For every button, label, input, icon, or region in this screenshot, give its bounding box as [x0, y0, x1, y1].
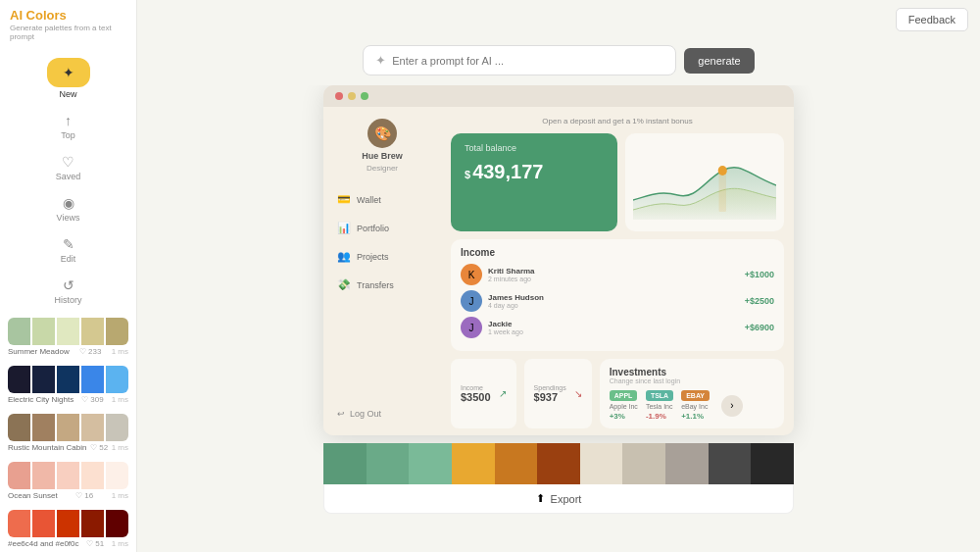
prompt-area: ✦ generate	[137, 39, 980, 85]
color-swatch	[81, 318, 104, 345]
invest-company-apple: Apple Inc	[610, 403, 638, 410]
color-swatch	[106, 414, 128, 441]
spendings-stat-value: $937	[534, 391, 566, 403]
preview-swatch	[323, 443, 367, 484]
browser-window: 🎨 Hue Brew Designer 💳 Wallet 📊 Portfolio…	[323, 85, 794, 435]
color-swatch	[57, 462, 79, 489]
palette-time: 1 ms	[112, 395, 128, 404]
balance-amount: $439,177	[465, 161, 604, 183]
palette-name: Summer Meadow	[8, 347, 70, 356]
sidebar-item-edit[interactable]: ✎ Edit	[0, 229, 136, 271]
palette-likes: ♡ 51	[86, 539, 104, 548]
person-name: James Hudson	[488, 293, 544, 302]
palette-time: 1 ms	[112, 347, 128, 356]
invest-badge-ebay: EBAY	[681, 390, 710, 401]
color-swatch	[81, 414, 104, 441]
color-swatch	[81, 366, 104, 393]
palette-item[interactable]: Rustic Mountain Cabin♡ 521 ms	[8, 414, 128, 452]
color-swatch	[8, 414, 30, 441]
bottom-row: Income $3500 ↗ Spendings $937 ↘	[451, 359, 784, 428]
color-swatch	[8, 366, 30, 393]
app-nav-wallet[interactable]: 💳 Wallet	[331, 188, 433, 211]
logout-button[interactable]: ↩ Log Out	[331, 404, 433, 424]
area-chart	[633, 141, 776, 220]
preview-swatch	[495, 443, 538, 484]
income-row-1: J James Hudson 4 day ago +$2500	[461, 290, 774, 312]
generate-button[interactable]: generate	[684, 48, 754, 74]
palette-item[interactable]: Electric City Nights♡ 3091 ms	[8, 366, 128, 404]
sidebar-header: AI Colors Generate palettes from a text …	[0, 0, 136, 45]
color-swatch	[106, 366, 128, 393]
invest-subtitle: Change since last login	[610, 377, 774, 384]
preview-area: 🎨 Hue Brew Designer 💳 Wallet 📊 Portfolio…	[137, 85, 980, 552]
app-nav-portfolio[interactable]: 📊 Portfolio	[331, 217, 433, 239]
prompt-input-wrap: ✦	[363, 45, 676, 75]
palette-item[interactable]: Ocean Sunset♡ 161 ms	[8, 462, 128, 500]
preview-swatch	[452, 443, 495, 484]
person-time: 4 day ago	[488, 302, 544, 309]
wallet-label: Wallet	[357, 195, 381, 205]
browser-body: 🎨 Hue Brew Designer 💳 Wallet 📊 Portfolio…	[323, 107, 794, 435]
balance-value: 439,177	[472, 161, 543, 182]
user-role: Designer	[367, 164, 398, 173]
chart-area	[625, 133, 784, 231]
dot-red	[335, 92, 343, 100]
sidebar-item-saved[interactable]: ♡ Saved	[0, 147, 136, 188]
income-row-0: K Kriti Sharma 2 minutes ago +$1000	[461, 264, 774, 285]
currency-symbol: $	[465, 169, 470, 180]
person-info-kriti: Kriti Sharma 2 minutes ago	[488, 267, 535, 282]
prompt-input[interactable]	[392, 55, 663, 67]
color-swatch	[106, 510, 128, 537]
sidebar-item-top[interactable]: ↑ Top	[0, 106, 136, 147]
sidebar-item-new[interactable]: ✦ New	[0, 51, 136, 106]
invest-item-ebay: EBAY eBay Inc +1.1%	[681, 390, 710, 421]
person-info-jackie: Jackie 1 week ago	[488, 320, 523, 335]
preview-swatch	[709, 443, 752, 484]
nav-label-views: Views	[57, 213, 80, 223]
income-section: Income K Kriti Sharma 2 minutes ago +$	[451, 239, 784, 351]
color-swatch	[57, 318, 79, 345]
color-swatch	[57, 366, 79, 393]
color-swatch	[32, 318, 55, 345]
app-nav-transfers[interactable]: 💸 Transfers	[331, 274, 433, 296]
balance-card: Total balance $439,177	[451, 133, 617, 231]
income-stat-label: Income	[461, 384, 491, 391]
income-amount-0: +$1000	[745, 270, 774, 279]
invest-company-ebay: eBay Inc	[681, 403, 708, 410]
avatar-jackie: J	[461, 317, 482, 338]
sidebar-item-views[interactable]: ◉ Views	[0, 188, 136, 229]
export-label: Export	[551, 493, 582, 505]
color-swatch	[32, 366, 55, 393]
preview-swatch	[665, 443, 709, 484]
palette-item[interactable]: #ee6c4d and #e0f0c♡ 511 ms	[8, 510, 128, 548]
browser-titlebar	[323, 85, 794, 107]
feedback-button[interactable]: Feedback	[896, 8, 968, 31]
saved-icon: ♡	[62, 154, 74, 170]
preview-swatch	[367, 443, 410, 484]
palette-bar	[323, 443, 794, 484]
palette-item[interactable]: Summer Meadow♡ 2331 ms	[8, 318, 128, 356]
invest-badge-tesla: TSLA	[646, 390, 673, 401]
invest-change-ebay: +1.1%	[681, 412, 704, 421]
main-content: Feedback ✦ generate 🎨 Hue Brew Des	[137, 0, 980, 552]
app-sidebar: 🎨 Hue Brew Designer 💳 Wallet 📊 Portfolio…	[323, 107, 441, 435]
palette-name: Ocean Sunset	[8, 491, 58, 500]
palette-likes: ♡ 233	[79, 347, 102, 356]
avatar-james: J	[461, 290, 482, 312]
app-nav-projects[interactable]: 👥 Projects	[331, 245, 433, 268]
sidebar: AI Colors Generate palettes from a text …	[0, 0, 137, 552]
nav-label-top: Top	[61, 130, 75, 140]
income-title: Income	[461, 247, 774, 258]
stat-spendings-info: Spendings $937	[534, 384, 566, 403]
middle-row: Income K Kriti Sharma 2 minutes ago +$	[451, 239, 784, 351]
transfers-icon: 💸	[337, 278, 351, 291]
color-swatch	[32, 462, 55, 489]
investments-section: Investments Change since last login APPL…	[600, 359, 784, 428]
user-name: Hue Brew	[362, 151, 403, 161]
color-swatch	[32, 414, 55, 441]
invest-view-all[interactable]: ›	[721, 395, 743, 417]
avatar-kriti: K	[461, 264, 482, 285]
ai-icon: ✦	[375, 53, 386, 68]
history-icon: ↺	[63, 277, 74, 293]
sidebar-item-history[interactable]: ↺ History	[0, 271, 136, 312]
